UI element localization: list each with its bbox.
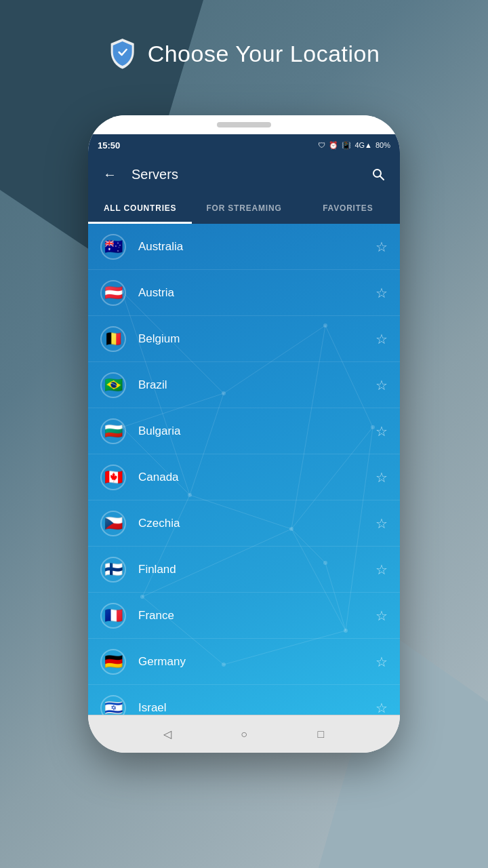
search-button[interactable]	[367, 163, 389, 185]
country-name-belgium: Belgium	[138, 332, 375, 346]
country-item-bulgaria[interactable]: 🇧🇬 Bulgaria ☆	[88, 408, 400, 454]
country-name-czechia: Czechia	[138, 517, 375, 530]
country-name-canada: Canada	[138, 471, 375, 484]
favorite-canada[interactable]: ☆	[375, 469, 388, 486]
country-item-australia[interactable]: 🇦🇺 Australia ☆	[88, 224, 400, 270]
country-name-finland: Finland	[138, 563, 375, 576]
header-area: Choose Your Location	[108, 37, 380, 70]
battery-status: 80%	[375, 141, 390, 149]
country-item-germany[interactable]: 🇩🇪 Germany ☆	[88, 639, 400, 685]
flag-germany: 🇩🇪	[100, 649, 126, 675]
page-title: Choose Your Location	[148, 41, 380, 67]
screen: 15:50 🛡 ⏰ 📳 4G▲ 80% ← Servers	[88, 134, 400, 715]
country-name-bulgaria: Bulgaria	[138, 425, 375, 438]
favorite-germany[interactable]: ☆	[375, 654, 388, 670]
country-item-france[interactable]: 🇫🇷 France ☆	[88, 593, 400, 639]
tabs-bar: ALL COUNTRIES FOR STREAMING FAVORITES	[88, 193, 400, 224]
status-icons: 🛡 ⏰ 📳 4G▲ 80%	[318, 141, 390, 150]
status-time: 15:50	[98, 140, 120, 151]
country-name-germany: Germany	[138, 655, 375, 669]
flag-finland: 🇫🇮	[100, 557, 126, 583]
favorite-israel[interactable]: ☆	[375, 700, 388, 715]
flag-israel: 🇮🇱	[100, 695, 126, 715]
tab-for-streaming[interactable]: FOR STREAMING	[192, 193, 296, 224]
status-bar: 15:50 🛡 ⏰ 📳 4G▲ 80%	[88, 134, 400, 156]
flag-france: 🇫🇷	[100, 603, 126, 629]
flag-australia: 🇦🇺	[100, 234, 126, 260]
flag-brazil: 🇧🇷	[100, 372, 126, 398]
vibrate-status-icon: 📳	[342, 141, 351, 150]
favorite-bulgaria[interactable]: ☆	[375, 423, 388, 439]
phone-frame: 15:50 🛡 ⏰ 📳 4G▲ 80% ← Servers	[88, 115, 400, 753]
country-item-finland[interactable]: 🇫🇮 Finland ☆	[88, 547, 400, 593]
navigation-bar: ◁ ○ □	[88, 715, 400, 753]
country-name-israel: Israel	[138, 701, 375, 715]
country-list: 🇦🇺 Australia ☆ 🇦🇹 Austria ☆ 🇧🇪 Belgium ☆…	[88, 224, 400, 715]
tab-all-countries[interactable]: ALL COUNTRIES	[88, 193, 192, 224]
country-item-brazil[interactable]: 🇧🇷 Brazil ☆	[88, 362, 400, 408]
country-item-israel[interactable]: 🇮🇱 Israel ☆	[88, 685, 400, 715]
app-bar: ← Servers	[88, 156, 400, 193]
favorite-czechia[interactable]: ☆	[375, 515, 388, 532]
signal-status-icon: 4G▲	[354, 141, 372, 149]
flag-czechia: 🇨🇿	[100, 511, 126, 536]
nav-recent-button[interactable]: □	[310, 724, 331, 745]
vpn-logo-icon	[108, 37, 137, 70]
flag-belgium: 🇧🇪	[100, 326, 126, 352]
back-button[interactable]: ←	[99, 163, 121, 185]
nav-back-button[interactable]: ◁	[157, 724, 178, 745]
country-name-brazil: Brazil	[138, 378, 375, 392]
favorite-australia[interactable]: ☆	[375, 239, 388, 255]
svg-line-1	[380, 176, 384, 180]
country-name-austria: Austria	[138, 286, 375, 300]
phone-speaker	[217, 122, 271, 127]
phone-top	[88, 115, 400, 134]
country-name-france: France	[138, 609, 375, 623]
favorite-france[interactable]: ☆	[375, 608, 388, 624]
vpn-status-icon: 🛡	[318, 141, 325, 149]
country-item-czechia[interactable]: 🇨🇿 Czechia ☆	[88, 500, 400, 547]
country-name-australia: Australia	[138, 240, 375, 254]
country-item-austria[interactable]: 🇦🇹 Austria ☆	[88, 270, 400, 316]
favorite-brazil[interactable]: ☆	[375, 377, 388, 393]
country-item-belgium[interactable]: 🇧🇪 Belgium ☆	[88, 316, 400, 362]
nav-home-button[interactable]: ○	[233, 724, 255, 745]
flag-canada: 🇨🇦	[100, 465, 126, 490]
favorite-austria[interactable]: ☆	[375, 285, 388, 301]
flag-bulgaria: 🇧🇬	[100, 418, 126, 444]
favorite-finland[interactable]: ☆	[375, 561, 388, 578]
flag-austria: 🇦🇹	[100, 280, 126, 306]
tab-favorites[interactable]: FAVORITES	[296, 193, 400, 224]
favorite-belgium[interactable]: ☆	[375, 331, 388, 347]
app-bar-title: Servers	[131, 167, 357, 182]
country-item-canada[interactable]: 🇨🇦 Canada ☆	[88, 454, 400, 500]
alarm-status-icon: ⏰	[329, 141, 338, 150]
